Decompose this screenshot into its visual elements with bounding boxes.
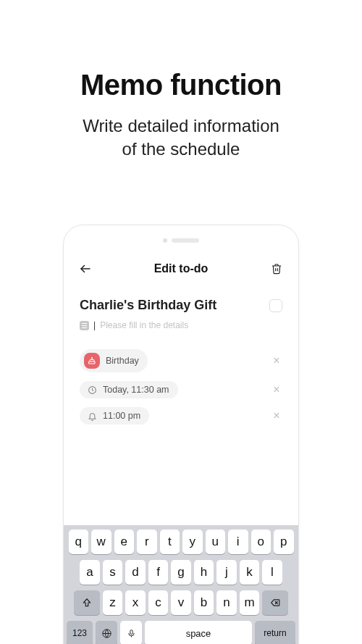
return-key[interactable]: return bbox=[255, 621, 295, 644]
category-chip-row: Birthday × bbox=[80, 349, 282, 372]
key-t[interactable]: t bbox=[160, 530, 180, 554]
key-c[interactable]: c bbox=[148, 590, 169, 615]
cake-icon bbox=[84, 353, 100, 369]
hero-subtitle: Write detailed information of the schedu… bbox=[0, 114, 362, 162]
keyboard-row-3: zxcvbnm bbox=[67, 590, 295, 615]
notch-dot bbox=[163, 238, 167, 243]
category-chip-label: Birthday bbox=[106, 356, 139, 366]
todo-checkbox[interactable] bbox=[269, 299, 282, 312]
globe-icon bbox=[101, 628, 112, 639]
trash-icon bbox=[271, 263, 282, 275]
key-l[interactable]: l bbox=[262, 560, 282, 585]
key-z[interactable]: z bbox=[103, 590, 123, 615]
key-d[interactable]: d bbox=[125, 560, 146, 585]
text-cursor: | bbox=[93, 320, 96, 330]
globe-key[interactable] bbox=[96, 621, 117, 644]
memo-placeholder: Please fill in the details bbox=[100, 320, 188, 330]
shift-key[interactable] bbox=[74, 590, 100, 615]
phone-notch bbox=[64, 225, 298, 246]
key-p[interactable]: p bbox=[274, 530, 294, 554]
key-w[interactable]: w bbox=[91, 530, 111, 554]
datetime-chip-label: Today, 11:30 am bbox=[103, 385, 169, 395]
hero-subtitle-line2: of the schedule bbox=[122, 139, 240, 159]
title-row: Charlie's Birthday Gift bbox=[80, 298, 282, 313]
key-q[interactable]: q bbox=[69, 530, 89, 554]
key-o[interactable]: o bbox=[251, 530, 272, 554]
alarm-chip-row: 11:00 pm × bbox=[80, 407, 282, 425]
space-key[interactable]: space bbox=[145, 621, 252, 644]
datetime-chip-row: Today, 11:30 am × bbox=[80, 381, 282, 398]
mic-key[interactable] bbox=[120, 621, 142, 644]
key-e[interactable]: e bbox=[114, 530, 135, 554]
keyboard-row-1: qwertyuiop bbox=[67, 530, 295, 554]
key-x[interactable]: x bbox=[125, 590, 146, 615]
numbers-key[interactable]: 123 bbox=[67, 621, 93, 644]
chips-list: Birthday × Today, 11:30 am × bbox=[80, 349, 282, 425]
keyboard-row-2: asdfghjkl bbox=[67, 560, 295, 585]
keyboard-row-4: 123 space return bbox=[67, 621, 295, 644]
key-j[interactable]: j bbox=[216, 560, 237, 585]
datetime-chip[interactable]: Today, 11:30 am bbox=[80, 381, 178, 398]
category-chip-close[interactable]: × bbox=[271, 354, 282, 367]
key-s[interactable]: s bbox=[103, 560, 123, 585]
key-b[interactable]: b bbox=[194, 590, 214, 615]
hero-subtitle-line1: Write detailed information bbox=[83, 116, 279, 135]
key-m[interactable]: m bbox=[240, 590, 260, 615]
key-h[interactable]: h bbox=[194, 560, 214, 585]
svg-rect-5 bbox=[130, 630, 132, 634]
bell-icon bbox=[87, 411, 97, 421]
phone-frame: Edit to-do Charlie's Birthday Gift | Ple… bbox=[63, 225, 299, 644]
todo-title-input[interactable]: Charlie's Birthday Gift bbox=[80, 298, 269, 313]
nav-title: Edit to-do bbox=[154, 262, 209, 275]
key-n[interactable]: n bbox=[216, 590, 237, 615]
key-g[interactable]: g bbox=[171, 560, 191, 585]
memo-input[interactable]: | Please fill in the details bbox=[80, 320, 282, 330]
back-button[interactable] bbox=[78, 262, 93, 276]
hero-title: Memo function bbox=[0, 69, 362, 101]
memo-icon bbox=[80, 321, 89, 330]
key-u[interactable]: u bbox=[206, 530, 226, 554]
key-v[interactable]: v bbox=[171, 590, 191, 615]
alarm-chip[interactable]: 11:00 pm bbox=[80, 407, 149, 425]
arrow-left-icon bbox=[79, 262, 92, 275]
nav-bar: Edit to-do bbox=[64, 246, 298, 285]
backspace-key[interactable] bbox=[262, 590, 288, 615]
keyboard: qwertyuiop asdfghjkl zxcvbnm 123 space r… bbox=[64, 525, 298, 644]
delete-button[interactable] bbox=[269, 262, 284, 276]
key-i[interactable]: i bbox=[228, 530, 248, 554]
clock-icon bbox=[87, 385, 97, 395]
backspace-icon bbox=[269, 598, 281, 608]
mic-icon bbox=[127, 628, 136, 639]
alarm-chip-close[interactable]: × bbox=[271, 409, 282, 422]
shift-icon bbox=[82, 598, 92, 608]
content-area: Charlie's Birthday Gift | Please fill in… bbox=[64, 285, 298, 425]
datetime-chip-close[interactable]: × bbox=[271, 383, 282, 396]
key-k[interactable]: k bbox=[240, 560, 260, 585]
notch-bar bbox=[172, 238, 199, 243]
category-chip[interactable]: Birthday bbox=[80, 349, 148, 372]
key-f[interactable]: f bbox=[148, 560, 169, 585]
key-y[interactable]: y bbox=[182, 530, 203, 554]
alarm-chip-label: 11:00 pm bbox=[103, 411, 140, 421]
key-r[interactable]: r bbox=[137, 530, 157, 554]
key-a[interactable]: a bbox=[80, 560, 100, 585]
